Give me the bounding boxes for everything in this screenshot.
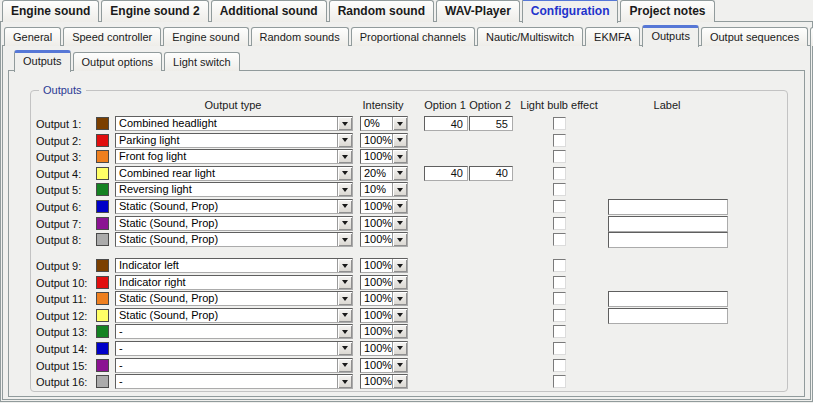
tab-light-switch[interactable]: Light switch: [164, 52, 239, 71]
tab-engine-sound-2[interactable]: Engine sound 2: [101, 0, 208, 22]
dropdown-arrow-icon[interactable]: [392, 259, 407, 272]
dropdown-arrow-icon[interactable]: [392, 292, 407, 305]
dropdown-arrow-icon[interactable]: [392, 183, 407, 196]
dropdown-arrow-icon[interactable]: [337, 183, 352, 196]
tab-configuration[interactable]: Configuration: [522, 0, 619, 23]
dropdown-arrow-icon[interactable]: [337, 150, 352, 163]
dropdown-arrow-icon[interactable]: [337, 309, 352, 322]
tab-output-options[interactable]: Output options: [73, 52, 163, 71]
dropdown-arrow-icon[interactable]: [337, 325, 352, 338]
output-type-combobox[interactable]: Indicator left: [115, 258, 353, 273]
light-bulb-effect-checkbox[interactable]: [553, 150, 566, 163]
dropdown-arrow-icon[interactable]: [337, 117, 352, 130]
intensity-combobox[interactable]: 100%: [360, 149, 408, 164]
output-color-swatch[interactable]: [96, 167, 109, 180]
tab-proportional-channels[interactable]: Proportional channels: [351, 27, 475, 46]
label-input[interactable]: [608, 232, 728, 248]
tab-engine-sound[interactable]: Engine sound: [163, 27, 248, 46]
dropdown-arrow-icon[interactable]: [392, 375, 407, 388]
intensity-combobox[interactable]: 100%: [360, 232, 408, 247]
intensity-combobox[interactable]: 100%: [360, 324, 408, 339]
output-color-swatch[interactable]: [96, 342, 109, 355]
output-type-combobox[interactable]: -: [115, 358, 353, 373]
tab-random-sounds[interactable]: Random sounds: [251, 27, 349, 46]
dropdown-arrow-icon[interactable]: [337, 200, 352, 213]
output-color-swatch[interactable]: [96, 359, 109, 372]
tab-general[interactable]: General: [4, 27, 61, 46]
intensity-combobox[interactable]: 100%: [360, 374, 408, 389]
light-bulb-effect-checkbox[interactable]: [553, 309, 566, 322]
tab-additional-sound[interactable]: Additional sound: [211, 0, 327, 22]
tab-project-notes[interactable]: Project notes: [620, 0, 714, 22]
tab-output-sequences[interactable]: Output sequences: [701, 27, 808, 46]
tab-random-sound[interactable]: Random sound: [329, 0, 434, 22]
output-color-swatch[interactable]: [96, 259, 109, 272]
light-bulb-effect-checkbox[interactable]: [553, 217, 566, 230]
intensity-combobox[interactable]: 100%: [360, 358, 408, 373]
tab-speed-controller[interactable]: Speed controller: [63, 27, 161, 46]
dropdown-arrow-icon[interactable]: [392, 150, 407, 163]
dropdown-arrow-icon[interactable]: [337, 292, 352, 305]
intensity-combobox[interactable]: 0%: [360, 116, 408, 131]
tab-outputs[interactable]: Outputs: [642, 25, 699, 47]
intensity-combobox[interactable]: 10%: [360, 182, 408, 197]
dropdown-arrow-icon[interactable]: [392, 359, 407, 372]
intensity-combobox[interactable]: 100%: [360, 216, 408, 231]
dropdown-arrow-icon[interactable]: [392, 233, 407, 246]
dropdown-arrow-icon[interactable]: [392, 342, 407, 355]
dropdown-arrow-icon[interactable]: [337, 217, 352, 230]
output-color-swatch[interactable]: [96, 309, 109, 322]
intensity-combobox[interactable]: 100%: [360, 133, 408, 148]
dropdown-arrow-icon[interactable]: [337, 375, 352, 388]
intensity-combobox[interactable]: 100%: [360, 341, 408, 356]
intensity-combobox[interactable]: 100%: [360, 258, 408, 273]
dropdown-arrow-icon[interactable]: [337, 134, 352, 147]
dropdown-arrow-icon[interactable]: [392, 134, 407, 147]
output-color-swatch[interactable]: [96, 117, 109, 130]
output-color-swatch[interactable]: [96, 276, 109, 289]
output-color-swatch[interactable]: [96, 200, 109, 213]
light-bulb-effect-checkbox[interactable]: [553, 359, 566, 372]
dropdown-arrow-icon[interactable]: [337, 167, 352, 180]
light-bulb-effect-checkbox[interactable]: [553, 183, 566, 196]
dropdown-arrow-icon[interactable]: [392, 200, 407, 213]
output-type-combobox[interactable]: -: [115, 374, 353, 389]
dropdown-arrow-icon[interactable]: [392, 309, 407, 322]
light-bulb-effect-checkbox[interactable]: [553, 292, 566, 305]
light-bulb-effect-checkbox[interactable]: [553, 325, 566, 338]
output-type-combobox[interactable]: Combined rear light: [115, 166, 353, 181]
intensity-combobox[interactable]: 100%: [360, 275, 408, 290]
label-input[interactable]: [608, 291, 728, 307]
output-type-combobox[interactable]: Reversing light: [115, 182, 353, 197]
option1-input[interactable]: [424, 166, 468, 181]
output-type-combobox[interactable]: -: [115, 341, 353, 356]
light-bulb-effect-checkbox[interactable]: [553, 117, 566, 130]
light-bulb-effect-checkbox[interactable]: [553, 134, 566, 147]
output-color-swatch[interactable]: [96, 292, 109, 305]
output-color-swatch[interactable]: [96, 183, 109, 196]
label-input[interactable]: [608, 216, 728, 232]
output-color-swatch[interactable]: [96, 150, 109, 163]
dropdown-arrow-icon[interactable]: [337, 276, 352, 289]
light-bulb-effect-checkbox[interactable]: [553, 167, 566, 180]
output-type-combobox[interactable]: Indicator right: [115, 275, 353, 290]
light-bulb-effect-checkbox[interactable]: [553, 259, 566, 272]
dropdown-arrow-icon[interactable]: [337, 233, 352, 246]
output-type-combobox[interactable]: Parking light: [115, 133, 353, 148]
light-bulb-effect-checkbox[interactable]: [553, 375, 566, 388]
output-type-combobox[interactable]: Static (Sound, Prop): [115, 199, 353, 214]
tab-engine-sound[interactable]: Engine sound: [2, 0, 99, 22]
dropdown-arrow-icon[interactable]: [337, 342, 352, 355]
tab-ekmfa[interactable]: EKMFA: [585, 27, 640, 46]
dropdown-arrow-icon[interactable]: [337, 359, 352, 372]
output-color-swatch[interactable]: [96, 134, 109, 147]
output-type-combobox[interactable]: Static (Sound, Prop): [115, 216, 353, 231]
output-type-combobox[interactable]: Static (Sound, Prop): [115, 232, 353, 247]
light-bulb-effect-checkbox[interactable]: [553, 276, 566, 289]
dropdown-arrow-icon[interactable]: [392, 117, 407, 130]
output-type-combobox[interactable]: -: [115, 324, 353, 339]
dropdown-arrow-icon[interactable]: [392, 276, 407, 289]
dropdown-arrow-icon[interactable]: [392, 325, 407, 338]
tab-outputs[interactable]: Outputs: [14, 50, 71, 72]
output-color-swatch[interactable]: [96, 375, 109, 388]
